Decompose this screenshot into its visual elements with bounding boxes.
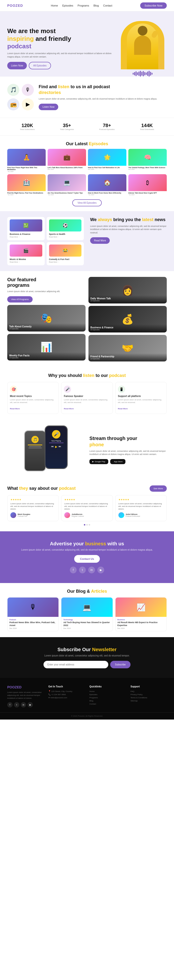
news-text: We always bring you the latest news Lore… <box>88 217 167 244</box>
author-avatar-3 <box>118 512 124 518</box>
stat-episodes: 78+ Podcast Episodes <box>99 123 115 130</box>
speaker-read-more[interactable]: Read More <box>64 407 74 410</box>
program-card-business[interactable]: 💰 Business & Finance 30 Episodes <box>88 306 167 332</box>
programs-cards-col: 👩 Dally Women Talk 18 Episodes 💰 Busines… <box>88 277 167 361</box>
nav-contact[interactable]: Contact <box>103 4 112 7</box>
episode-card-4[interactable]: 🧠 The Untold Feelings, Meet Them With Sc… <box>128 149 167 172</box>
advertise-description: Lorem ipsum dolor sit amet, consectetur … <box>7 549 167 551</box>
listen-now-button[interactable]: Listen Now <box>7 62 27 69</box>
news-card-business[interactable]: 💹 Business & Finance Read More → <box>7 217 45 240</box>
linkedin-icon[interactable]: in <box>88 566 95 573</box>
footer-facebook-icon[interactable]: f <box>7 702 13 708</box>
dot-3[interactable] <box>89 524 90 525</box>
subscribe-button[interactable]: Subscribe Now <box>140 2 167 9</box>
program-card-comedy[interactable]: 🎭 Talk About Comedy 24 Episodes <box>7 305 86 331</box>
news-read-more-button[interactable]: Read More <box>90 237 110 244</box>
testimonial-author-3: Juliet Wilson Podcast Enthusiast <box>118 512 164 518</box>
topics-read-more[interactable]: Read More <box>10 407 20 410</box>
social-links: f t in ▶ <box>7 566 167 573</box>
hero-section: We are the most inspiring and friendly p… <box>0 11 174 76</box>
episode-card-5[interactable]: 🏥 Find the Right Nurse, Find Your Destin… <box>7 174 46 196</box>
dot-1[interactable] <box>84 524 85 525</box>
stats-section: 120K Total Subscribers 35+ Total Categor… <box>0 118 174 135</box>
newsletter-heading: Subscribe Our Newsletter <box>7 647 167 652</box>
all-episodes-button[interactable]: All Episodes <box>29 62 51 69</box>
platform-read-more[interactable]: Read More <box>118 407 128 410</box>
episode-card-1[interactable]: 🧘 Find Your Peace Right Now With This Me… <box>7 149 46 172</box>
find-description: Lorem ipsum dolor sit amet, consectetur … <box>39 97 167 101</box>
testimonials-header: What they say about our podcast See More <box>7 485 167 492</box>
blog-card-2[interactable]: 💻 Technology Ad Tech Buying Hows has Slo… <box>61 597 113 632</box>
view-all-programs-button[interactable]: View All Programs <box>7 296 33 302</box>
author-info-1: Mark Douglas Podcast Fan <box>18 513 30 517</box>
footer-link-episodes[interactable]: Episodes <box>89 694 126 695</box>
footer-instagram-icon[interactable]: in <box>21 702 26 708</box>
nav-blog[interactable]: Blog <box>94 4 99 7</box>
news-card-sports[interactable]: ⚽ Sports & Health Read More → <box>47 217 84 240</box>
view-all-episodes-button[interactable]: View All Episodes <box>72 199 102 206</box>
footer-link-programs[interactable]: Programs <box>89 697 126 699</box>
store-buttons: ▶ Google Play App Store <box>89 459 167 464</box>
footer: POOZED Lorem ipsum dolor sit amet, conse… <box>0 678 174 712</box>
waveform <box>132 71 153 76</box>
news-card-music[interactable]: 🎬 Music & Movies Read More → <box>7 242 45 265</box>
footer-link-home[interactable]: Home <box>89 690 126 692</box>
episode-card-7[interactable]: 🏠 How to Work From Home More Efficiently… <box>88 174 126 196</box>
newsletter-form: Subscribe <box>43 661 131 668</box>
twitter-icon[interactable]: t <box>79 566 86 573</box>
platform-icons: 🎵 🎙 📻 ▶ <box>7 84 34 110</box>
footer-link-privacy[interactable]: Privacy Policy <box>131 694 167 695</box>
hero-person-image <box>121 21 164 69</box>
episodes-grid: 🧘 Find Your Peace Right Now With This Me… <box>0 149 174 199</box>
blog-card-3[interactable]: 📈 Business Ad Result Meets NB Expect to … <box>115 597 167 632</box>
author-avatar-1 <box>10 512 16 518</box>
blog-content-2: Technology Ad Tech Buying Hows has Slowe… <box>61 617 112 631</box>
hero-description: Lorem ipsum dolor sit amet, consectetur … <box>7 52 118 59</box>
app-store-button[interactable]: App Store <box>110 459 126 464</box>
phone-back: 🎵 <box>24 430 46 471</box>
see-more-testimonials-button[interactable]: See More <box>150 485 167 492</box>
newsletter-description: Lorem ipsum dolor sit amet, consectetur … <box>7 654 167 657</box>
episode-card-3[interactable]: 🌟 How to Find Your Self Motivation in Li… <box>88 149 126 172</box>
program-card-weekly[interactable]: 📊 Weekly Fun Facts 15 Episodes <box>7 334 86 361</box>
newsletter-email-input[interactable] <box>43 661 108 668</box>
footer-link-terms[interactable]: Terms & Conditions <box>131 697 167 699</box>
nav-episodes[interactable]: Episodes <box>62 4 73 7</box>
news-section: 💹 Business & Finance Read More → ⚽ Sport… <box>0 211 174 271</box>
newsletter-subscribe-button[interactable]: Subscribe <box>110 661 131 668</box>
footer-youtube-icon[interactable]: ▶ <box>27 702 33 708</box>
phone-mockups: 🎵 🎤 Now Playing ⏮ ▶ ⏭ <box>7 425 85 474</box>
blog-card-1[interactable]: 🎙 Podcast Podcast News Bite: Blue Wire, … <box>7 597 59 632</box>
footer-link-blog[interactable]: Blog <box>89 700 126 702</box>
blog-heading: Our Blog & Articles <box>7 589 167 594</box>
footer-copyright: © 2024 Poozed. All Rights Reserved. <box>0 712 174 719</box>
program-card-women[interactable]: 👩 Dally Women Talk 18 Episodes <box>88 277 167 304</box>
footer-quicklinks-col: Quicklinks Home Episodes Programs Blog C… <box>89 685 126 708</box>
episode-card-6[interactable]: 💻 Are You Great Business Owner? Cyber Ti… <box>48 174 86 196</box>
episode-image-3: 🌟 <box>88 149 126 166</box>
find-listen-button[interactable]: Listen Now <box>39 103 58 110</box>
dot-2[interactable] <box>86 524 88 525</box>
find-headline: Find and listen to us in all podcast dir… <box>39 84 167 95</box>
testimonial-card-1: ★★★★★ Lorem ipsum dolor sit amet, consec… <box>7 495 59 522</box>
facebook-icon[interactable]: f <box>70 566 77 573</box>
episode-card-2[interactable]: 💼 Let's Talk More About Business 100% Po… <box>48 149 86 172</box>
footer-link-sitemap[interactable]: Sitemap <box>131 700 167 702</box>
stat-downloads: 144K Total Downloads <box>140 123 154 130</box>
stream-heading: Stream through yourphone <box>89 435 167 448</box>
nav-programs[interactable]: Programs <box>78 4 89 7</box>
contact-us-button[interactable]: Contact Us <box>74 555 100 563</box>
footer-link-contact[interactable]: Contact <box>89 703 126 705</box>
news-card-comedy[interactable]: 😂 Comedy & Fun Fact Read More → <box>47 242 84 265</box>
episode-card-8[interactable]: ₿ Intense Talk About New Crypto NFT Dec … <box>128 174 167 196</box>
apple-podcast-icon: 🎙 <box>22 84 34 96</box>
google-play-button[interactable]: ▶ Google Play <box>89 459 108 464</box>
why-cards-grid: 🎯 Most recent Topics Lorem ipsum dolor s… <box>7 382 167 414</box>
footer-link-faq[interactable]: FAQ <box>131 690 167 692</box>
footer-twitter-icon[interactable]: t <box>14 702 19 708</box>
program-card-friendship[interactable]: 🤝 Friend & Partnership 10 Episodes <box>88 335 167 361</box>
advertise-heading: Advertise your business with us <box>7 541 167 547</box>
blog-content-1: Podcast Podcast News Bite: Blue Wire, Po… <box>8 617 59 631</box>
nav-home[interactable]: Home <box>51 4 58 7</box>
youtube-icon[interactable]: ▶ <box>97 566 104 573</box>
